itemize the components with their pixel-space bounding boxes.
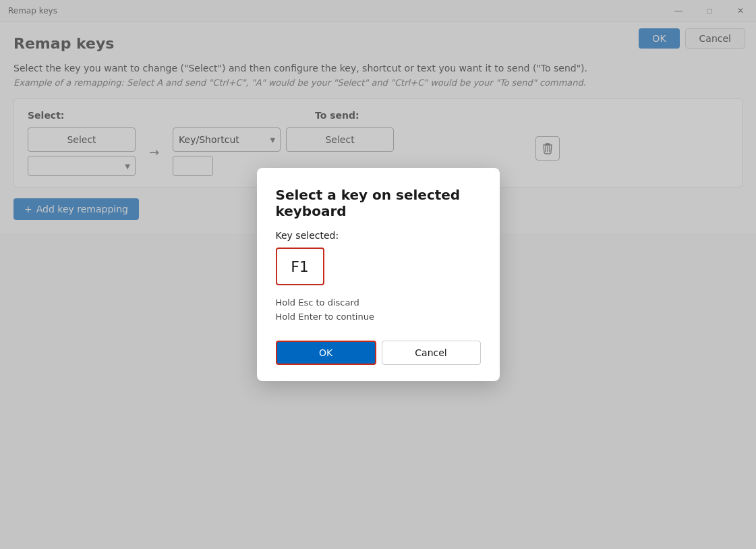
- modal-backdrop: Select a key on selected keyboard Key se…: [0, 0, 756, 549]
- key-display: F1: [276, 248, 324, 285]
- enter-instruction: Hold Enter to continue: [276, 310, 481, 324]
- dialog-actions: OK Cancel: [276, 341, 481, 365]
- dialog-title: Select a key on selected keyboard: [276, 187, 481, 219]
- dialog-instructions: Hold Esc to discard Hold Enter to contin…: [276, 296, 481, 324]
- key-selected-label: Key selected:: [276, 230, 481, 241]
- key-select-dialog: Select a key on selected keyboard Key se…: [257, 168, 500, 381]
- dialog-cancel-button[interactable]: Cancel: [382, 341, 481, 365]
- dialog-ok-button[interactable]: OK: [276, 341, 376, 365]
- esc-instruction: Hold Esc to discard: [276, 296, 481, 310]
